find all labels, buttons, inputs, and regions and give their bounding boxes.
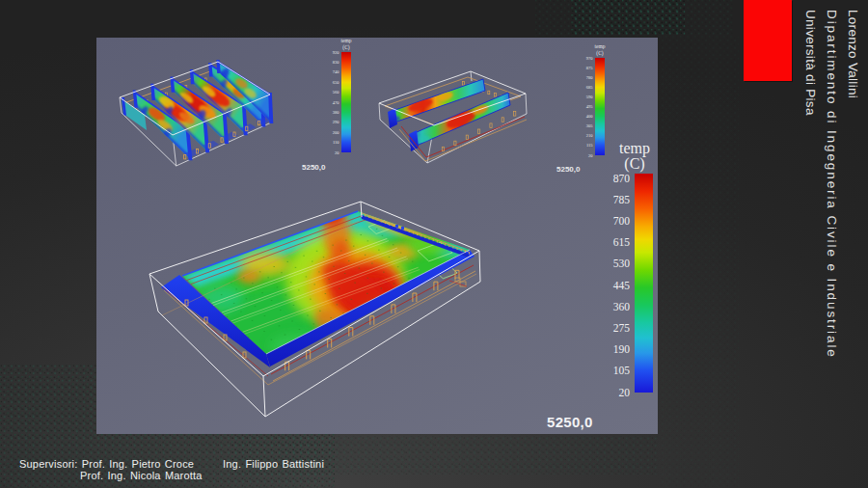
svg-text:290: 290 [333,120,340,124]
svg-text:970: 970 [586,56,594,61]
svg-text:400: 400 [586,114,594,119]
svg-text:445: 445 [613,280,631,291]
svg-text:115: 115 [586,143,593,148]
svg-text:5250,0: 5250,0 [556,165,581,174]
svg-text:20: 20 [588,153,593,158]
svg-text:530: 530 [613,258,631,269]
svg-text:780: 780 [586,75,594,80]
svg-text:495: 495 [586,104,594,109]
svg-text:685: 685 [586,85,594,90]
svg-text:380: 380 [333,110,340,115]
svg-text:650: 650 [333,80,340,85]
svg-text:(C): (C) [342,44,350,51]
svg-text:560: 560 [333,90,340,95]
svg-text:(C): (C) [596,50,604,57]
svg-text:110: 110 [333,140,339,145]
svg-text:305: 305 [586,123,594,128]
svg-text:105: 105 [613,365,631,376]
svg-text:275: 275 [613,322,631,334]
svg-text:5250,0: 5250,0 [547,414,593,430]
svg-text:temp: temp [595,43,606,49]
svg-text:740: 740 [333,69,340,74]
svg-text:20: 20 [619,387,631,398]
svg-text:785: 785 [613,194,631,205]
svg-text:360: 360 [613,301,631,312]
svg-text:200: 200 [333,130,340,135]
svg-text:20: 20 [335,150,339,155]
svg-text:190: 190 [613,343,631,355]
svg-text:(C): (C) [624,155,644,173]
svg-text:470: 470 [333,100,340,105]
svg-text:700: 700 [613,215,631,227]
svg-text:590: 590 [586,95,594,99]
svg-text:temp: temp [341,38,352,43]
svg-text:875: 875 [586,66,594,70]
svg-text:210: 210 [586,133,594,138]
svg-text:920: 920 [333,50,340,55]
svg-text:830: 830 [333,60,340,65]
svg-text:870: 870 [613,173,631,184]
svg-text:615: 615 [613,236,631,248]
svg-text:5250,0: 5250,0 [302,163,326,172]
